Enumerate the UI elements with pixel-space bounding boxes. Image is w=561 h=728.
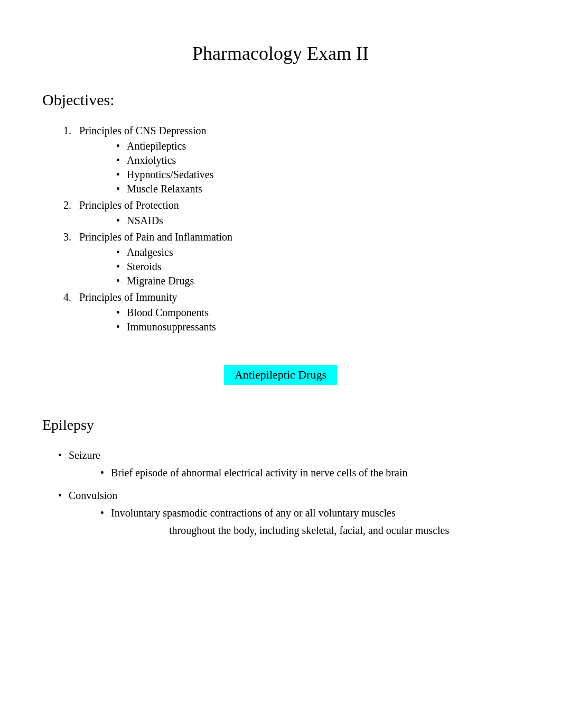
objective-subitem: Analgesics [116, 246, 519, 259]
objective-number: 1. [63, 125, 79, 137]
objective-item: 2.Principles of ProtectionNSAIDs [63, 199, 519, 227]
epilepsy-list: SeizureBrief episode of abnormal electri… [58, 449, 519, 537]
objectives-list: 1.Principles of CNS DepressionAntiepilep… [63, 125, 519, 333]
objective-subitem: NSAIDs [116, 215, 519, 227]
epilepsy-item: SeizureBrief episode of abnormal electri… [58, 449, 519, 479]
objective-subitem: Hypnotics/Sedatives [116, 169, 519, 181]
epilepsy-item: ConvulsionInvoluntary spasmodic contract… [58, 490, 519, 537]
epilepsy-section: Epilepsy SeizureBrief episode of abnorma… [42, 417, 519, 537]
objective-label: Principles of Protection [79, 199, 179, 211]
epilepsy-item-label: Seizure [69, 449, 100, 461]
objective-item: 1.Principles of CNS DepressionAntiepilep… [63, 125, 519, 195]
objective-item: 3.Principles of Pain and InflammationAna… [63, 231, 519, 287]
objective-item: 4.Principles of ImmunityBlood Components… [63, 291, 519, 333]
epilepsy-item-label: Convulsion [69, 490, 117, 501]
objective-number: 3. [63, 231, 79, 243]
objective-subitem: Immunosuppressants [116, 321, 519, 333]
objective-subitem: Muscle Relaxants [116, 183, 519, 195]
objective-subitem: Anxiolytics [116, 154, 519, 167]
objective-number: 4. [63, 291, 79, 303]
objective-subitem: Blood Components [116, 307, 519, 319]
objective-label: Principles of Pain and Inflammation [79, 231, 232, 243]
epilepsy-subitem: Brief episode of abnormal electrical act… [100, 467, 519, 479]
objective-subitem: Steroids [116, 261, 519, 273]
objective-subitem: Migraine Drugs [116, 275, 519, 287]
epilepsy-subitem: Involuntary spasmodic contractions of an… [100, 507, 519, 519]
page-title: Pharmacology Exam II [42, 42, 519, 64]
objective-number: 2. [63, 199, 79, 211]
objectives-heading: Objectives: [42, 91, 519, 109]
section-divider: Antiepileptic Drugs [42, 365, 519, 385]
epilepsy-heading: Epilepsy [42, 417, 519, 434]
objective-label: Principles of Immunity [79, 291, 177, 303]
epilepsy-continuation-text: throughout the body, including skeletal,… [169, 524, 519, 537]
objective-label: Principles of CNS Depression [79, 125, 207, 137]
highlighted-section-title: Antiepileptic Drugs [224, 365, 337, 385]
objective-subitem: Antiepileptics [116, 140, 519, 152]
